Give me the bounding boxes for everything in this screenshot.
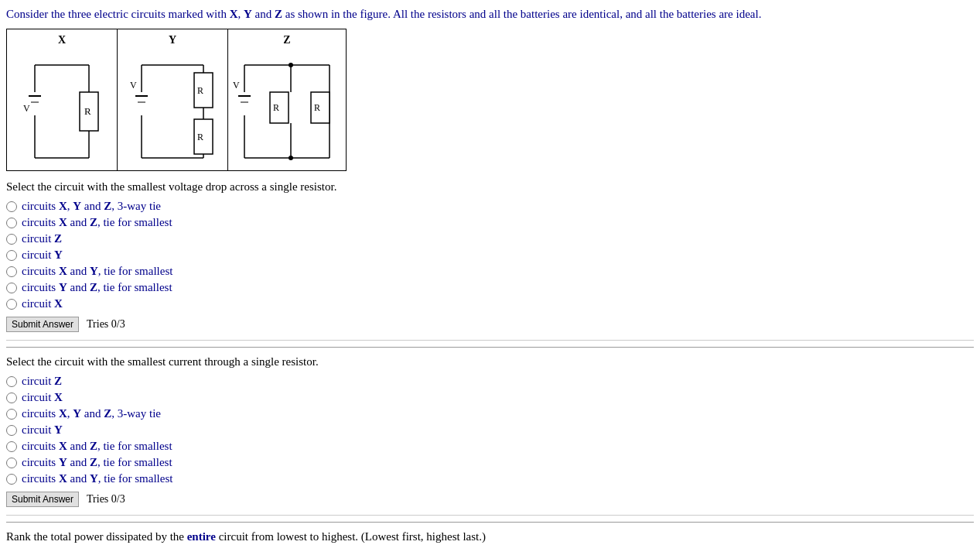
circuit-y-label: Y — [169, 34, 176, 46]
q2-radio-3[interactable] — [6, 409, 17, 420]
q1-radio-3[interactable] — [6, 234, 17, 245]
q2-option-7[interactable]: circuits X and Y, tie for smallest — [6, 472, 974, 485]
q1-option-1[interactable]: circuits X, Y and Z, 3-way tie — [6, 200, 974, 213]
q2-radio-4[interactable] — [6, 425, 17, 436]
q2-radio-5[interactable] — [6, 441, 17, 452]
circuit-y-svg: V R R — [130, 50, 215, 166]
q1-submit-button[interactable]: Submit Answer — [6, 317, 79, 332]
q1-label-4: circuit Y — [22, 249, 63, 262]
circuit-x-label: X — [58, 34, 66, 46]
q1-label-7: circuit X — [22, 297, 63, 310]
q2-label-1: circuit Z — [22, 375, 62, 388]
q1-label-2: circuits X and Z, tie for smallest — [22, 216, 172, 229]
q1-option-2[interactable]: circuits X and Z, tie for smallest — [6, 216, 974, 229]
q1-label-1: circuits X, Y and Z, 3-way tie — [22, 200, 161, 213]
circuit-z-svg: V R R — [233, 50, 341, 166]
question-3-section: Rank the total power dissipated by the e… — [6, 529, 974, 545]
q2-option-1[interactable]: circuit Z — [6, 375, 974, 388]
q2-label-2: circuit X — [22, 391, 63, 404]
svg-text:V: V — [23, 103, 30, 114]
svg-text:R: R — [197, 132, 203, 142]
circuit-y: Y V R R — [118, 29, 228, 170]
q1-submit-row: Submit Answer Tries 0/3 — [6, 317, 974, 332]
q1-radio-7[interactable] — [6, 299, 17, 310]
question-2-text: Select the circuit with the smallest cur… — [6, 354, 974, 370]
q2-radio-2[interactable] — [6, 392, 17, 403]
q1-option-4[interactable]: circuit Y — [6, 249, 974, 262]
svg-text:V: V — [233, 80, 240, 91]
q2-label-5: circuits X and Z, tie for smallest — [22, 440, 172, 453]
svg-text:V: V — [130, 80, 137, 91]
q2-radio-1[interactable] — [6, 376, 17, 387]
q2-submit-row: Submit Answer Tries 0/3 — [6, 492, 974, 507]
circuit-x: X V R — [7, 29, 118, 170]
circuit-z: Z V R R — [228, 29, 346, 170]
q1-radio-5[interactable] — [6, 266, 17, 277]
q2-label-6: circuits Y and Z, tie for smallest — [22, 456, 172, 469]
circuit-z-label: Z — [283, 34, 290, 46]
svg-text:R: R — [197, 85, 203, 96]
q1-radio-4[interactable] — [6, 250, 17, 261]
q2-label-7: circuits X and Y, tie for smallest — [22, 472, 172, 485]
divider-2 — [6, 522, 974, 523]
q2-label-4: circuit Y — [22, 423, 63, 437]
question-2-section: Select the circuit with the smallest cur… — [6, 354, 974, 516]
q1-radio-6[interactable] — [6, 283, 17, 293]
q2-option-6[interactable]: circuits Y and Z, tie for smallest — [6, 456, 974, 469]
q2-option-3[interactable]: circuits X, Y and Z, 3-way tie — [6, 407, 974, 420]
svg-text:R: R — [314, 102, 320, 113]
svg-text:R: R — [84, 105, 91, 117]
q2-option-4[interactable]: circuit Y — [6, 423, 974, 437]
q1-option-6[interactable]: circuits Y and Z, tie for smallest — [6, 281, 974, 294]
q1-radio-1[interactable] — [6, 201, 17, 212]
q2-radio-6[interactable] — [6, 458, 17, 468]
circuit-x-svg: V R — [19, 50, 104, 166]
q1-label-3: circuit Z — [22, 232, 62, 245]
q1-radio-2[interactable] — [6, 218, 17, 228]
q2-option-2[interactable]: circuit X — [6, 391, 974, 404]
question-3-text: Rank the total power dissipated by the e… — [6, 529, 974, 545]
q1-option-5[interactable]: circuits X and Y, tie for smallest — [6, 265, 974, 278]
question-1-section: Select the circuit with the smallest vol… — [6, 179, 974, 341]
q2-label-3: circuits X, Y and Z, 3-way tie — [22, 407, 161, 420]
q2-tries: Tries 0/3 — [87, 493, 125, 506]
q1-tries: Tries 0/3 — [87, 318, 125, 331]
intro-text: Consider the three electric circuits mar… — [6, 6, 974, 22]
q2-option-5[interactable]: circuits X and Z, tie for smallest — [6, 440, 974, 453]
q1-label-6: circuits Y and Z, tie for smallest — [22, 281, 172, 294]
q2-radio-7[interactable] — [6, 474, 17, 485]
svg-text:R: R — [273, 102, 279, 113]
circuit-diagrams: X V R Y — [6, 29, 347, 171]
q1-option-7[interactable]: circuit X — [6, 297, 974, 310]
divider-1 — [6, 347, 974, 348]
question-1-text: Select the circuit with the smallest vol… — [6, 179, 974, 195]
q2-submit-button[interactable]: Submit Answer — [6, 492, 79, 507]
q1-label-5: circuits X and Y, tie for smallest — [22, 265, 172, 278]
q1-option-3[interactable]: circuit Z — [6, 232, 974, 245]
